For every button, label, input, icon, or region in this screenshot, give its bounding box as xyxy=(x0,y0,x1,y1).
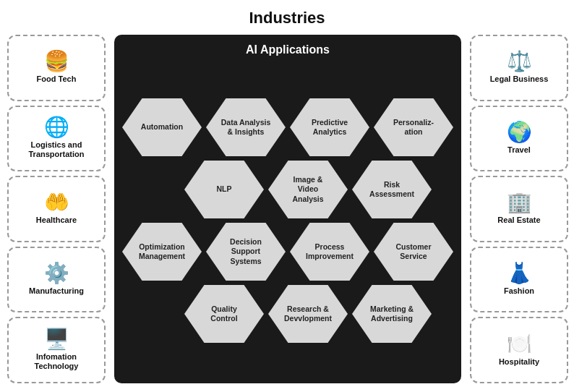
hex-automation: Automation xyxy=(122,98,202,156)
info-tech-label: InfomationTechnology xyxy=(35,352,79,371)
hospitality-icon: 🍽️ xyxy=(507,334,532,354)
info-tech-icon: 🖥️ xyxy=(44,329,69,349)
sidebar-item-manufacturing[interactable]: ⚙️ Manufacturing xyxy=(7,247,106,313)
sidebar-item-real-estate[interactable]: 🏢 Real Estate xyxy=(470,176,568,242)
hex-row-3: OptimizationManagement DecisionSupportSy… xyxy=(120,221,455,282)
sidebar-item-logistics[interactable]: 🌐 Logistics andTransportation xyxy=(7,106,106,172)
real-estate-icon: 🏢 xyxy=(507,192,532,213)
hex-risk-assessment: RiskAssessment xyxy=(352,161,432,218)
sidebar-item-travel[interactable]: 🌍 Travel xyxy=(470,106,568,172)
hex-personalization: Personaliz-ation xyxy=(374,98,453,156)
hex-marketing: Marketing &Advertising xyxy=(352,285,432,343)
sidebar-item-fashion[interactable]: 👗 Fashion xyxy=(470,247,568,313)
hex-research-dev: Research &Devvlopment xyxy=(268,285,348,343)
hex-data-analysis: Data Analysis& Insights xyxy=(206,98,286,156)
real-estate-label: Real Estate xyxy=(497,216,540,225)
hex-row-4: QualityControl Research &Devvlopment Mar… xyxy=(182,284,434,344)
left-sidebar: 🍔 Food Tech 🌐 Logistics andTransportatio… xyxy=(3,32,110,386)
healthcare-icon: 🤲 xyxy=(44,192,69,213)
fashion-icon: 👗 xyxy=(507,263,532,284)
hospitality-label: Hospitality xyxy=(499,357,539,367)
hex-nlp: NLP xyxy=(184,161,264,218)
sidebar-item-hospitality[interactable]: 🍽️ Hospitality xyxy=(470,317,568,383)
fashion-label: Fashion xyxy=(504,286,534,296)
sidebar-item-food-tech[interactable]: 🍔 Food Tech xyxy=(7,35,106,101)
hex-row-2: NLP Image &VideoAnalysis RiskAssessment xyxy=(182,159,434,220)
manufacturing-icon: ⚙️ xyxy=(44,263,69,284)
legal-label: Legal Business xyxy=(490,74,549,84)
logistics-icon: 🌐 xyxy=(44,117,69,137)
hex-optimization: OptimizationManagement xyxy=(122,223,202,281)
hex-customer-service: CustomerService xyxy=(374,223,453,281)
hex-decision-support: DecisionSupportSystems xyxy=(206,223,286,281)
page-title: Industries xyxy=(0,0,574,32)
hex-quality-control: QualityControl xyxy=(184,285,264,343)
travel-icon: 🌍 xyxy=(507,122,532,142)
food-tech-label: Food Tech xyxy=(37,74,77,84)
food-tech-icon: 🍔 xyxy=(44,51,69,72)
manufacturing-label: Manufacturing xyxy=(29,286,84,296)
hex-image-video: Image &VideoAnalysis xyxy=(268,161,348,218)
travel-label: Travel xyxy=(507,145,531,155)
sidebar-item-healthcare[interactable]: 🤲 Healthcare xyxy=(7,176,106,242)
ai-panel-title: AI Applications xyxy=(120,41,455,59)
hex-row-1: Automation Data Analysis& Insights Predi… xyxy=(120,97,455,158)
legal-icon: ⚖️ xyxy=(507,51,532,72)
logistics-label: Logistics andTransportation xyxy=(28,140,84,159)
healthcare-label: Healthcare xyxy=(36,216,77,225)
ai-applications-panel: AI Applications Automation Data Analysis… xyxy=(114,35,461,383)
sidebar-item-info-tech[interactable]: 🖥️ InfomationTechnology xyxy=(7,317,106,383)
sidebar-item-legal[interactable]: ⚖️ Legal Business xyxy=(470,35,568,101)
hex-grid: Automation Data Analysis& Insights Predi… xyxy=(120,64,455,378)
hex-predictive-analytics: PredictiveAnalytics xyxy=(290,98,369,156)
right-sidebar: ⚖️ Legal Business 🌍 Travel 🏢 Real Estate… xyxy=(466,32,573,386)
hex-process-improvement: ProcessImprovement xyxy=(290,223,369,281)
